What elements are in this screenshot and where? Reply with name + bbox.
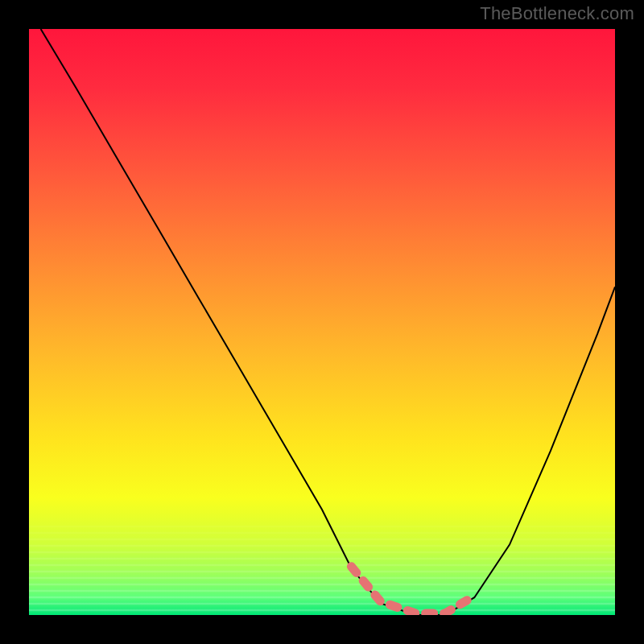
chart-svg — [29, 29, 615, 615]
plot-area — [29, 29, 615, 615]
watermark-text: TheBottleneck.com — [480, 3, 634, 24]
chart-frame: TheBottleneck.com — [0, 0, 644, 644]
